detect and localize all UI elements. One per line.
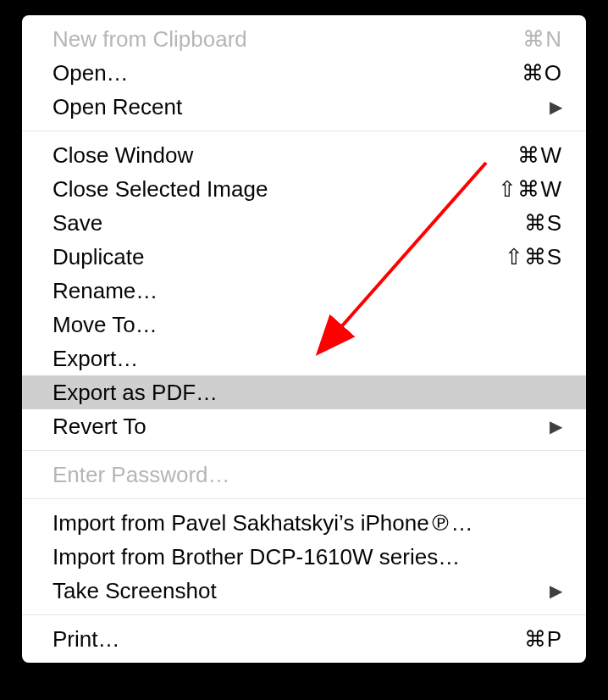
menu-item-label: Close Window <box>53 140 517 170</box>
menu-item-move-to[interactable]: Move To… <box>22 308 586 342</box>
menu-item-label: Close Selected Image <box>53 174 498 204</box>
menu-item-save[interactable]: Save⌘S <box>22 206 586 240</box>
menu-item-shortcut: ⌘O <box>522 58 562 88</box>
menu-item-export-as-pdf[interactable]: Export as PDF… <box>22 375 586 409</box>
menu-item-shortcut: ⌘N <box>522 24 562 54</box>
menu-item-shortcut: ⌘P <box>524 624 562 654</box>
menu-item-shortcut: ⇧⌘S <box>505 242 562 272</box>
menu-item-shortcut: ⇧⌘W <box>498 174 562 204</box>
submenu-arrow-icon: ▶ <box>550 411 562 442</box>
submenu-arrow-icon: ▶ <box>550 92 562 122</box>
menu-item-label: New from Clipboard <box>53 24 522 54</box>
menu-item-close-window[interactable]: Close Window⌘W <box>22 138 586 172</box>
context-menu: New from Clipboard⌘NOpen…⌘OOpen Recent▶C… <box>22 15 586 663</box>
menu-item-import-from-iphone[interactable]: Import from Pavel Sakhatskyi’s iPhone℗… <box>22 506 586 540</box>
menu-item-label: Duplicate <box>53 242 505 272</box>
menu-item-label: Import from Brother DCP-1610W series… <box>53 542 562 572</box>
menu-item-close-selected-image[interactable]: Close Selected Image⇧⌘W <box>22 172 586 206</box>
menu-item-take-screenshot[interactable]: Take Screenshot▶ <box>22 574 586 608</box>
menu-separator <box>22 450 586 451</box>
menu-item-label: Open… <box>53 58 522 88</box>
menu-item-label: Print… <box>53 624 524 654</box>
menu-separator <box>22 498 586 499</box>
menu-item-shortcut: ⌘S <box>524 208 562 238</box>
menu-item-revert-to[interactable]: Revert To▶ <box>22 409 586 443</box>
menu-item-label: Import from Pavel Sakhatskyi’s iPhone℗… <box>53 508 562 538</box>
menu-separator <box>22 131 586 131</box>
menu-item-new-from-clipboard: New from Clipboard⌘N <box>22 22 586 56</box>
menu-item-open-recent[interactable]: Open Recent▶ <box>22 90 586 124</box>
menu-item-open[interactable]: Open…⌘O <box>22 56 586 90</box>
menu-item-export[interactable]: Export… <box>22 342 586 375</box>
menu-item-label: Take Screenshot <box>53 575 550 606</box>
submenu-arrow-icon: ▶ <box>550 575 562 606</box>
menu-item-rename[interactable]: Rename… <box>22 274 586 308</box>
menu-item-label: Move To… <box>53 309 562 340</box>
menu-item-import-from-brother[interactable]: Import from Brother DCP-1610W series… <box>22 540 586 574</box>
menu-item-label: Export… <box>53 343 562 374</box>
menu-item-label: Rename… <box>53 275 562 306</box>
menu-item-label: Save <box>53 208 524 238</box>
menu-item-label: Revert To <box>53 411 550 442</box>
menu-item-enter-password: Enter Password… <box>22 458 586 492</box>
menu-item-shortcut: ⌘W <box>517 140 562 170</box>
menu-item-duplicate[interactable]: Duplicate⇧⌘S <box>22 240 586 274</box>
menu-item-label: Export as PDF… <box>53 377 562 408</box>
menu-item-print[interactable]: Print…⌘P <box>22 622 586 656</box>
menu-separator <box>22 614 586 615</box>
menu-item-label: Enter Password… <box>53 459 562 490</box>
menu-item-label: Open Recent <box>53 92 550 122</box>
